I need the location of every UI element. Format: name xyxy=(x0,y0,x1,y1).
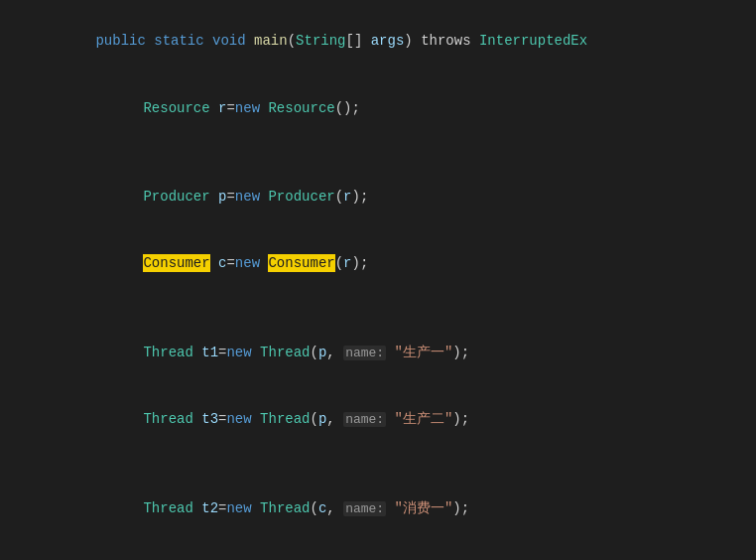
exception-type: InterruptedEx xyxy=(479,33,587,49)
thread2-paren: ( xyxy=(311,411,318,427)
comma1: , xyxy=(326,345,343,360)
keyword-static: static xyxy=(154,33,212,49)
thread2-close: ); xyxy=(452,411,469,427)
var-t1: t1 xyxy=(201,345,218,360)
code-line-10: Thread t2=new Thread(c, name: "消费一"); xyxy=(0,476,756,543)
code-line-1: public static void main(String[] args) t… xyxy=(0,8,756,74)
arg-r-2: r xyxy=(343,255,351,271)
keyword-new-3: new xyxy=(235,255,269,271)
comma2: , xyxy=(326,411,343,427)
line-content-2: Resource r=new Resource(); xyxy=(38,74,756,141)
consumer-args: ( xyxy=(335,255,343,271)
str-xiaofei1: "消费一" xyxy=(395,500,453,516)
producer-args: ( xyxy=(335,189,343,205)
var-t2: t2 xyxy=(201,500,218,516)
keyword-new-5: new xyxy=(226,411,260,427)
bracket: [] xyxy=(346,33,371,49)
keyword-new-4: new xyxy=(226,345,260,360)
line-content-8: Thread t3=new Thread(p, name: "生产二"); xyxy=(38,386,756,454)
space6 xyxy=(193,411,201,427)
name-label-2: name: xyxy=(343,412,386,427)
equals3: = xyxy=(226,255,234,271)
space9 xyxy=(386,500,394,516)
space3 xyxy=(210,255,218,271)
line-content-4: Producer p=new Producer(r); xyxy=(38,164,756,230)
name-label-3: name: xyxy=(343,501,386,516)
equals: = xyxy=(226,100,234,116)
name-label-1: name: xyxy=(343,346,386,360)
space xyxy=(210,100,218,116)
producer-close: ); xyxy=(352,189,369,205)
comma3: , xyxy=(326,500,343,516)
thread1-paren: ( xyxy=(311,345,318,360)
code-line-4: Producer p=new Producer(r); xyxy=(0,164,756,230)
keyword-new-6: new xyxy=(226,500,260,516)
code-line-9 xyxy=(0,454,756,476)
type-thread-1: Thread xyxy=(143,345,192,360)
code-line-7: Thread t1=new Thread(p, name: "生产一"); xyxy=(0,319,756,386)
code-editor: public static void main(String[] args) t… xyxy=(0,0,756,560)
method-main: main xyxy=(254,33,288,49)
code-line-2: Resource r=new Resource(); xyxy=(0,74,756,141)
line-content-6 xyxy=(38,297,756,319)
code-line-6 xyxy=(0,297,756,319)
code-line-11: Thread t4=new Thread(c, name: "消费二"); xyxy=(0,543,756,560)
line-content-9 xyxy=(38,454,756,476)
type-string: String xyxy=(296,33,345,49)
keyword-public: public xyxy=(95,33,154,49)
keyword-throws: throws xyxy=(421,33,479,49)
param-args: args xyxy=(371,33,405,49)
type-thread-3: Thread xyxy=(143,500,192,516)
paren-close: ) xyxy=(404,33,421,49)
line-content-10: Thread t2=new Thread(c, name: "消费一"); xyxy=(38,476,756,543)
keyword-new-1: new xyxy=(235,100,269,116)
space2 xyxy=(210,189,218,205)
line-content-11: Thread t4=new Thread(c, name: "消费二"); xyxy=(38,543,756,560)
var-t3: t3 xyxy=(201,411,218,427)
highlight-consumer-type: Consumer xyxy=(143,254,209,272)
space4 xyxy=(193,345,201,360)
space7 xyxy=(386,411,394,427)
paren-open: ( xyxy=(288,33,296,49)
line-content-1: public static void main(String[] args) t… xyxy=(38,8,756,74)
line-content-7: Thread t1=new Thread(p, name: "生产一"); xyxy=(38,319,756,386)
type-producer-2: Producer xyxy=(268,189,334,205)
arg-r-1: r xyxy=(343,189,351,205)
type-thread-3b: Thread xyxy=(260,500,310,516)
thread1-close: ); xyxy=(452,345,469,360)
type-resource-2: Resource xyxy=(268,100,334,116)
highlight-consumer-new: Consumer xyxy=(268,254,334,272)
type-producer: Producer xyxy=(143,189,209,205)
thread3-paren: ( xyxy=(311,500,318,516)
line-content-5: Consumer c=new Consumer(r); xyxy=(38,230,756,297)
code-line-5: Consumer c=new Consumer(r); xyxy=(0,230,756,297)
keyword-void: void xyxy=(212,33,254,49)
str-shengchan2: "生产二" xyxy=(395,411,453,427)
type-thread-2b: Thread xyxy=(260,411,310,427)
equals2: = xyxy=(226,189,234,205)
keyword-new-2: new xyxy=(235,189,269,205)
code-line-8: Thread t3=new Thread(p, name: "生产二"); xyxy=(0,386,756,454)
line-content-3 xyxy=(38,141,756,163)
space8 xyxy=(193,500,201,516)
consumer-close: ); xyxy=(352,255,369,271)
str-shengchan1: "生产一" xyxy=(395,345,453,360)
code-line-3 xyxy=(0,141,756,163)
type-thread-2: Thread xyxy=(143,411,192,427)
constructor-call: (); xyxy=(335,100,360,116)
type-resource: Resource xyxy=(143,100,209,116)
thread3-close: ); xyxy=(452,500,469,516)
space5 xyxy=(386,345,394,360)
type-thread-1b: Thread xyxy=(260,345,310,360)
